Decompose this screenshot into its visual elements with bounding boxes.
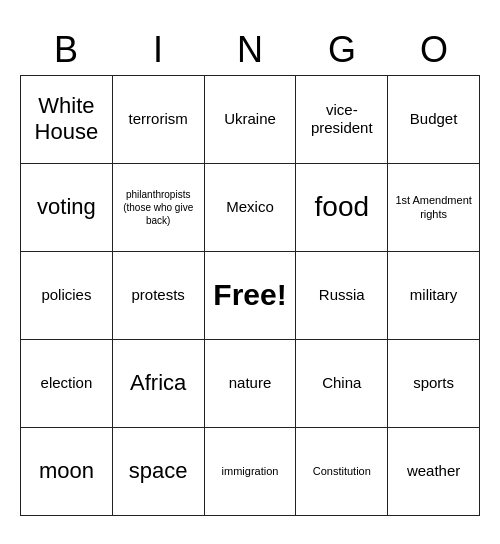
cell-text: Constitution	[313, 464, 371, 478]
bingo-cell: nature	[205, 340, 297, 428]
bingo-cell: Budget	[388, 76, 480, 164]
cell-text: immigration	[222, 464, 279, 478]
bingo-cell: philanthropists (those who give back)	[113, 164, 205, 252]
bingo-cell: military	[388, 252, 480, 340]
cell-text: moon	[39, 458, 94, 484]
cell-text: philanthropists (those who give back)	[117, 188, 200, 227]
bingo-cell: immigration	[205, 428, 297, 516]
bingo-cell: 1st Amendment rights	[388, 164, 480, 252]
header-letter: B	[20, 29, 112, 71]
bingo-grid: White HouseterrorismUkrainevice-presiden…	[20, 75, 480, 516]
bingo-card: BINGO White HouseterrorismUkrainevice-pr…	[10, 19, 490, 526]
cell-text: terrorism	[129, 110, 188, 128]
cell-text: election	[41, 374, 93, 392]
cell-text: weather	[407, 462, 460, 480]
bingo-cell: voting	[21, 164, 113, 252]
bingo-cell: protests	[113, 252, 205, 340]
cell-text: food	[315, 190, 370, 224]
bingo-cell: terrorism	[113, 76, 205, 164]
cell-text: Mexico	[226, 198, 274, 216]
bingo-cell: Constitution	[296, 428, 388, 516]
cell-text: China	[322, 374, 361, 392]
bingo-cell: Free!	[205, 252, 297, 340]
cell-text: policies	[41, 286, 91, 304]
cell-text: White House	[25, 93, 108, 146]
cell-text: nature	[229, 374, 272, 392]
header-letter: O	[388, 29, 480, 71]
bingo-cell: weather	[388, 428, 480, 516]
bingo-cell: Russia	[296, 252, 388, 340]
cell-text: 1st Amendment rights	[392, 193, 475, 222]
header-letter: N	[204, 29, 296, 71]
cell-text: sports	[413, 374, 454, 392]
bingo-cell: moon	[21, 428, 113, 516]
bingo-cell: White House	[21, 76, 113, 164]
cell-text: Africa	[130, 370, 186, 396]
bingo-cell: Mexico	[205, 164, 297, 252]
bingo-cell: food	[296, 164, 388, 252]
bingo-cell: Ukraine	[205, 76, 297, 164]
cell-text: Ukraine	[224, 110, 276, 128]
bingo-cell: election	[21, 340, 113, 428]
bingo-header: BINGO	[20, 29, 480, 71]
cell-text: military	[410, 286, 458, 304]
cell-text: space	[129, 458, 188, 484]
header-letter: I	[112, 29, 204, 71]
cell-text: protests	[132, 286, 185, 304]
bingo-cell: China	[296, 340, 388, 428]
bingo-cell: vice-president	[296, 76, 388, 164]
bingo-cell: policies	[21, 252, 113, 340]
bingo-cell: Africa	[113, 340, 205, 428]
cell-text: Russia	[319, 286, 365, 304]
cell-text: vice-president	[300, 101, 383, 137]
cell-text: Budget	[410, 110, 458, 128]
cell-text: Free!	[213, 277, 286, 313]
bingo-cell: space	[113, 428, 205, 516]
cell-text: voting	[37, 194, 96, 220]
header-letter: G	[296, 29, 388, 71]
bingo-cell: sports	[388, 340, 480, 428]
